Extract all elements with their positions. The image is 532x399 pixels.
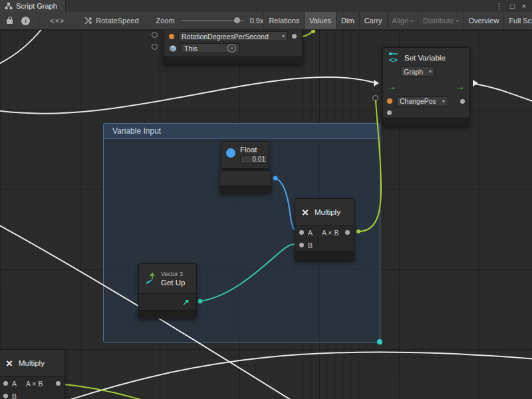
variable-scope-dropdown[interactable]: Graph ▾: [400, 66, 435, 76]
port-row-b: B: [0, 390, 65, 399]
info-icon[interactable]: i: [21, 17, 30, 25]
input-port-b[interactable]: [3, 394, 8, 398]
more-menu-icon[interactable]: ⋮: [495, 2, 503, 11]
graph-asset-icon: [84, 17, 92, 25]
graph-toolbar: i <×> RotateSpeed Zoom 0.9x Relations Va…: [0, 12, 532, 30]
tab-script-graph[interactable]: Script Graph: [0, 0, 66, 12]
value-input-port[interactable]: [372, 95, 378, 101]
output-port[interactable]: [56, 381, 61, 386]
output-label: A × B: [26, 380, 43, 388]
caret-down-icon: ▾: [440, 98, 445, 104]
port-b-label: B: [308, 241, 313, 249]
zoom-slider[interactable]: [181, 20, 244, 21]
set-variable-icon: <>: [388, 52, 400, 64]
node-title: Multiply: [315, 208, 340, 216]
close-icon[interactable]: ×: [522, 2, 526, 11]
flow-out-arrow-icon[interactable]: →: [456, 82, 465, 91]
unity-script-graph-window: Script Graph ⋮ □ × i <×> RotateSpeed Zoo…: [0, 0, 532, 399]
node-get-variable[interactable]: RotationDegreesPerSecond ▾ This ×: [163, 30, 303, 65]
toolbar-divider: [39, 16, 39, 25]
node-multiply[interactable]: × Multiply A A × B B: [295, 198, 354, 261]
tab-label: Script Graph: [16, 2, 57, 10]
group-title: Variable Input: [112, 126, 161, 136]
input-port-b[interactable]: [299, 243, 304, 247]
node-ports: A A × B B: [0, 376, 65, 399]
edit-graph-icon[interactable]: <×>: [50, 17, 65, 25]
node-header: <> Set Variable: [383, 48, 469, 65]
target-label: This: [184, 45, 198, 53]
node-title: Float: [240, 146, 268, 154]
values-button[interactable]: Values: [304, 12, 336, 30]
port-a-label: A: [308, 229, 313, 237]
float-value-field[interactable]: 0.01: [240, 155, 268, 164]
node-multiply-2[interactable]: × Multiply A A × B B: [0, 349, 65, 399]
node-footer: [220, 186, 271, 193]
output-port[interactable]: [292, 34, 297, 39]
variable-value-row: ChangePos ▾: [383, 95, 469, 107]
overview-button[interactable]: Overview: [464, 12, 504, 30]
target-field[interactable]: This ×: [181, 43, 239, 53]
node-header: Vector 3 Get Up: [139, 264, 196, 293]
maximize-icon[interactable]: □: [510, 2, 515, 11]
node-body: ↗: [139, 293, 196, 310]
full-screen-button[interactable]: Full Screen: [503, 12, 532, 30]
vector3-axes-icon: [144, 272, 157, 285]
node-header: × Multiply: [0, 350, 65, 376]
zoom-slider-handle[interactable]: [234, 17, 240, 23]
input-row: [383, 107, 469, 118]
align-button[interactable]: Align ▾: [387, 12, 418, 30]
remove-target-icon[interactable]: ×: [227, 44, 236, 53]
node-title: Multiply: [19, 359, 45, 367]
node-type-label: Vector 3: [161, 271, 185, 277]
node-header: × Multiply: [295, 199, 354, 225]
caret-down-icon: ▾: [426, 68, 432, 74]
port-b-label: B: [12, 392, 17, 399]
caret-down-icon: ▾: [279, 33, 285, 39]
input-port[interactable]: [152, 32, 158, 38]
target-row: This ×: [169, 43, 297, 53]
group-resize-handle[interactable]: [377, 339, 382, 344]
variable-name-dropdown[interactable]: ChangePos ▾: [396, 96, 448, 106]
group-header[interactable]: Variable Input: [104, 124, 380, 139]
distribute-button[interactable]: Distribute ▾: [418, 12, 463, 30]
node-ports: A A × B B: [295, 225, 354, 251]
variable-row: RotationDegreesPerSecond ▾: [169, 31, 297, 41]
scope-label: Graph: [404, 68, 423, 76]
caret-down-icon: ▾: [456, 18, 459, 24]
variable-port-icon[interactable]: [387, 98, 392, 104]
variable-name-label: RotationDegreesPerSecond: [182, 33, 269, 41]
carry-button[interactable]: Carry: [359, 12, 387, 30]
flow-in-arrow-icon[interactable]: →: [387, 82, 396, 91]
node-footer: [164, 57, 302, 64]
port-row-a: A A × B: [0, 377, 65, 390]
node-footer: [139, 310, 196, 318]
variable-port-icon[interactable]: [169, 34, 174, 39]
dim-button[interactable]: Dim: [336, 12, 359, 30]
flow-output-port[interactable]: [473, 80, 478, 86]
node-float[interactable]: Float 0.01: [221, 141, 269, 169]
info-glyph: i: [25, 17, 27, 24]
node-float-body[interactable]: [219, 170, 271, 194]
flow-input-port[interactable]: [374, 80, 379, 86]
relations-button[interactable]: Relations: [263, 12, 304, 30]
input-port[interactable]: [152, 44, 158, 50]
node-set-variable[interactable]: <> Set Variable Graph ▾ → → ChangePos ▾: [382, 47, 469, 126]
input-port[interactable]: [387, 110, 392, 115]
variable-name-dropdown[interactable]: RotationDegreesPerSecond ▾: [178, 31, 288, 41]
input-port-a[interactable]: [3, 381, 8, 386]
port-row-b: B: [295, 239, 354, 251]
node-footer: [383, 118, 469, 126]
lock-icon[interactable]: [7, 19, 13, 24]
float-type-icon: [226, 148, 235, 158]
node-footer: [295, 251, 354, 260]
output-port[interactable]: [460, 99, 465, 104]
node-header: Float 0.01: [221, 142, 269, 168]
node-body: [220, 171, 271, 186]
output-label: A × B: [322, 229, 338, 237]
output-port[interactable]: [345, 230, 350, 235]
node-get-up[interactable]: Vector 3 Get Up ↗: [138, 263, 197, 319]
node-title: Get Up: [161, 279, 185, 287]
input-port-a[interactable]: [299, 230, 304, 235]
port-a-label: A: [12, 380, 17, 388]
vector-output-port-icon[interactable]: ↗: [182, 298, 190, 307]
